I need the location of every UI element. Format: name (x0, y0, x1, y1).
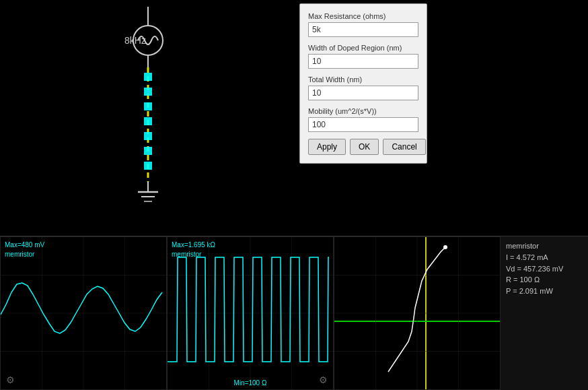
scope1-settings-icon[interactable]: ⚙ (6, 375, 15, 385)
svg-rect-9 (144, 132, 152, 140)
doped-width-field: Width of Doped Region (nm) (308, 44, 418, 69)
doped-width-input[interactable] (308, 54, 418, 69)
properties-dialog: Max Resistance (ohms) Width of Doped Reg… (299, 3, 427, 164)
doped-width-label: Width of Doped Region (nm) (308, 44, 418, 52)
circuit-area: 8kHz Max Resistance (ohms) Width of Dope… (0, 0, 588, 236)
info-line-3: R = 100 Ω (506, 274, 583, 286)
svg-point-35 (443, 245, 447, 249)
scope-area: Max=480 mV memristor ⚙ Max=1.695 kΩ memr… (0, 236, 588, 390)
apply-button[interactable]: Apply (308, 139, 346, 155)
scope-panel-1: Max=480 mV memristor ⚙ (0, 236, 167, 390)
max-resistance-field: Max Resistance (ohms) (308, 12, 418, 37)
max-resistance-input[interactable] (308, 22, 418, 37)
svg-rect-7 (144, 102, 152, 110)
ok-button[interactable]: OK (350, 139, 379, 155)
cancel-button[interactable]: Cancel (383, 139, 425, 155)
scope3-waveform (334, 237, 500, 389)
info-panel: memristor I = 4.572 mA Vd = 457.236 mV R… (501, 236, 588, 390)
total-width-input[interactable] (308, 86, 418, 100)
mobility-label: Mobility (um^2/(s*V)) (308, 107, 418, 115)
svg-rect-5 (144, 73, 152, 81)
total-width-label: Total Width (nm) (308, 75, 418, 84)
info-line-4: P = 2.091 mW (506, 286, 583, 297)
info-line-1: I = 4.572 mA (506, 252, 583, 263)
max-resistance-label: Max Resistance (ohms) (308, 12, 418, 20)
circuit-svg: 8kHz (104, 0, 192, 229)
scope-panel-2: Max=1.695 kΩ memristor Min=100 Ω ⚙ (167, 236, 334, 390)
scope-panel-3 (334, 236, 501, 390)
svg-rect-8 (144, 117, 152, 125)
total-width-field: Total Width (nm) (308, 75, 418, 100)
mobility-field: Mobility (um^2/(s*V)) (308, 107, 418, 132)
scope2-min: Min=100 Ω (234, 379, 267, 387)
svg-rect-6 (144, 88, 152, 96)
svg-rect-11 (144, 162, 152, 170)
scope2-settings-icon[interactable]: ⚙ (319, 375, 328, 385)
svg-rect-10 (144, 147, 152, 155)
scope1-waveform (1, 237, 166, 389)
mobility-input[interactable] (308, 117, 418, 132)
info-line-2: Vd = 457.236 mV (506, 263, 583, 275)
scope2-waveform (168, 237, 333, 389)
dialog-buttons: Apply OK Cancel (308, 139, 418, 155)
svg-text:8kHz: 8kHz (124, 35, 146, 46)
info-title: memristor (506, 242, 583, 250)
